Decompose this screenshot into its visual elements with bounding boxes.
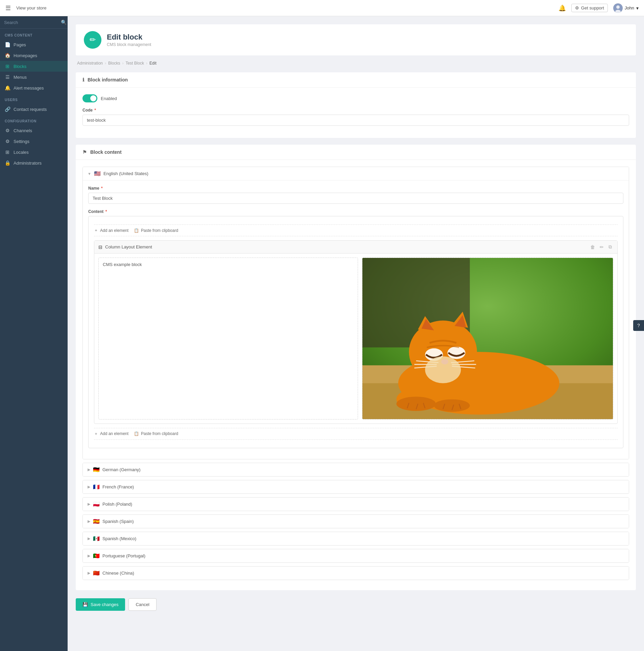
settings-icon: ⚙ — [5, 139, 10, 144]
locale-item-spanish-mx: ▶ 🇲🇽 Spanish (Mexico) — [82, 532, 629, 546]
get-support-button[interactable]: ⚙ Get support — [571, 4, 608, 12]
sidebar-item-contact-requests[interactable]: 🔗 Contact requests — [0, 104, 68, 115]
locale-header-portuguese[interactable]: ▶ 🇵🇹 Portuguese (Portugal) — [83, 549, 629, 562]
block-content-card: ⚑ Block content ▼ 🇺🇸 English (United Sta… — [76, 145, 636, 590]
code-input[interactable] — [82, 115, 629, 126]
column-layout-actions: 🗑 ✏ ⧉ — [589, 243, 613, 250]
sidebar-item-pages[interactable]: 📄 Pages — [0, 39, 68, 50]
admin-icon: 🔒 — [5, 160, 10, 166]
main-content: ✏ Edit block CMS block management Admini… — [68, 16, 644, 651]
cms-example-text: CMS example block — [103, 262, 142, 267]
alert-icon: 🔔 — [5, 85, 10, 91]
flag-pl: 🇵🇱 — [93, 501, 100, 507]
column-image-cell[interactable] — [362, 258, 614, 419]
search-container: 🔍 — [0, 16, 68, 29]
arrow-right-icon: ▶ — [88, 467, 90, 472]
column-edit-button[interactable]: ✏ — [598, 243, 605, 250]
flag-us: 🇺🇸 — [94, 170, 101, 177]
sidebar-item-alert-messages[interactable]: 🔔 Alert messages — [0, 82, 68, 93]
sidebar-item-locales[interactable]: ⊞ Locales — [0, 147, 68, 158]
cat-image — [362, 258, 613, 419]
locale-header-chinese[interactable]: ▶ 🇨🇳 Chinese (China) — [83, 566, 629, 580]
flag-fr: 🇫🇷 — [93, 484, 100, 490]
sidebar-item-settings[interactable]: ⚙ Settings — [0, 136, 68, 147]
breadcrumb-sep-2: › — [122, 61, 123, 66]
pages-icon: 📄 — [5, 42, 10, 47]
sidebar-item-channels[interactable]: ⚙ Channels — [0, 125, 68, 136]
name-label: Name * — [88, 186, 623, 191]
clipboard-icon: 📋 — [134, 228, 139, 233]
breadcrumb-test-block[interactable]: Test Block — [125, 61, 144, 66]
paste-from-clipboard-button-bottom[interactable]: 📋 Paste from clipboard — [134, 431, 178, 436]
flag-es: 🇪🇸 — [93, 518, 100, 525]
locale-item-polish: ▶ 🇵🇱 Polish (Poland) — [82, 497, 629, 511]
column-delete-button[interactable]: 🗑 — [589, 243, 596, 250]
breadcrumb: Administration › Blocks › Test Block › E… — [76, 61, 636, 66]
save-icon: 💾 — [82, 602, 88, 607]
sidebar-item-label: Blocks — [14, 64, 26, 69]
sidebar-item-label: Administrators — [14, 161, 42, 166]
add-element-button-bottom[interactable]: ＋ Add an element — [94, 431, 128, 437]
locale-expanded-english: Name * Content * — [83, 180, 629, 459]
column-copy-button[interactable]: ⧉ — [607, 243, 613, 250]
paste-from-clipboard-button-top[interactable]: 📋 Paste from clipboard — [134, 228, 178, 233]
user-menu[interactable]: John ▾ — [613, 3, 639, 13]
sidebar-item-blocks[interactable]: ⊞ Blocks — [0, 61, 68, 72]
name-input[interactable] — [88, 193, 623, 204]
bell-icon[interactable]: 🔔 — [558, 4, 566, 12]
locale-name-spanish-es: Spanish (Spain) — [102, 519, 624, 524]
cancel-button[interactable]: Cancel — [128, 598, 156, 611]
sidebar-item-label: Locales — [14, 150, 29, 155]
locale-header-polish[interactable]: ▶ 🇵🇱 Polish (Poland) — [83, 498, 629, 511]
sidebar-item-administrators[interactable]: 🔒 Administrators — [0, 158, 68, 168]
column-layout-title: Column Layout Element — [105, 244, 586, 249]
search-input[interactable] — [4, 20, 61, 25]
arrow-right-icon: ▶ — [88, 519, 90, 524]
locale-name-polish: Polish (Poland) — [102, 502, 624, 507]
content-group: Content * ＋ Add an element — [88, 209, 623, 448]
sidebar-item-menus[interactable]: ☰ Menus — [0, 72, 68, 82]
add-element-button-top[interactable]: ＋ Add an element — [94, 227, 128, 233]
menus-icon: ☰ — [5, 74, 10, 80]
locales-icon: ⊞ — [5, 149, 10, 155]
block-info-body: Enabled Code * — [76, 88, 636, 138]
section-label-cms: CMS CONTENT — [0, 29, 68, 39]
section-label-users: USERS — [0, 93, 68, 104]
block-information-card: ℹ Block information Enabled Code * — [76, 72, 636, 138]
page-header: ✏ Edit block CMS block management — [76, 24, 636, 55]
sidebar-item-label: Pages — [14, 42, 26, 47]
locale-header-english[interactable]: ▼ 🇺🇸 English (United States) — [83, 167, 629, 180]
arrow-right-icon: ▶ — [88, 571, 90, 575]
locale-header-spanish-es[interactable]: ▶ 🇪🇸 Spanish (Spain) — [83, 515, 629, 528]
hamburger-icon[interactable]: ☰ — [5, 4, 11, 12]
locale-header-french[interactable]: ▶ 🇫🇷 French (France) — [83, 480, 629, 493]
locale-name-german: German (Germany) — [102, 467, 624, 472]
breadcrumb-blocks[interactable]: Blocks — [108, 61, 120, 66]
info-icon: ℹ — [82, 77, 84, 82]
clipboard-icon-2: 📋 — [134, 431, 139, 436]
breadcrumb-admin[interactable]: Administration — [77, 61, 103, 66]
enabled-toggle[interactable] — [82, 94, 97, 102]
flag-pt: 🇵🇹 — [93, 553, 100, 559]
locale-item-french: ▶ 🇫🇷 French (France) — [82, 480, 629, 494]
support-icon: ⚙ — [575, 5, 579, 10]
avatar — [613, 3, 623, 13]
arrow-right-icon: ▶ — [88, 554, 90, 558]
arrow-right-icon: ▶ — [88, 502, 90, 506]
username: John — [625, 5, 634, 10]
add-element-bar-bottom: ＋ Add an element 📋 Paste from clipboard — [94, 428, 618, 440]
page-header-icon: ✏ — [84, 31, 101, 49]
locale-header-german[interactable]: ▶ 🇩🇪 German (Germany) — [83, 463, 629, 476]
column-text-cell[interactable]: CMS example block — [98, 258, 358, 419]
chevron-down-icon: ▾ — [636, 5, 639, 11]
sidebar-item-label: Contact requests — [14, 107, 47, 112]
sidebar-item-homepages[interactable]: 🏠 Homepages — [0, 50, 68, 61]
help-float-button[interactable]: ? — [633, 320, 644, 331]
sidebar-item-label: Menus — [14, 75, 27, 80]
arrow-right-icon: ▶ — [88, 485, 90, 489]
view-store-link[interactable]: View your store — [16, 5, 46, 10]
locale-header-spanish-mx[interactable]: ▶ 🇲🇽 Spanish (Mexico) — [83, 532, 629, 545]
locale-item-chinese: ▶ 🇨🇳 Chinese (China) — [82, 566, 629, 580]
column-layout-element: ⊟ Column Layout Element 🗑 ✏ ⧉ — [94, 240, 618, 424]
save-changes-button[interactable]: 💾 Save changes — [76, 598, 125, 611]
